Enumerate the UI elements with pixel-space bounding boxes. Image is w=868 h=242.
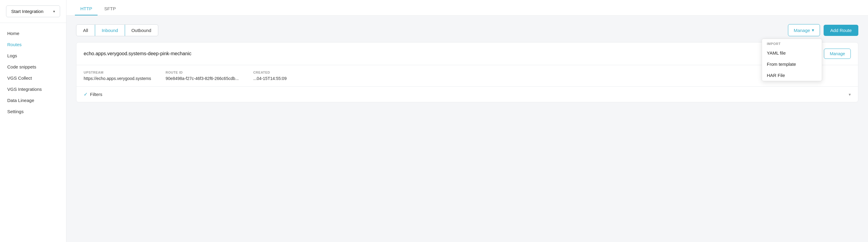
sidebar-item-routes[interactable]: Routes <box>0 39 66 50</box>
action-group: Manage ▾ Add Route IMPORT YAML file From… <box>788 24 858 36</box>
add-route-button[interactable]: Add Route <box>824 25 858 36</box>
main-content: HTTPSFTP AllInboundOutbound Manage ▾ Add… <box>66 0 868 242</box>
route-manage-button[interactable]: Manage <box>824 48 851 59</box>
sidebar-item-vgs-integrations[interactable]: VGS Integrations <box>0 83 66 95</box>
route-card-header: echo.apps.verygood.systems-deep-pink-mec… <box>76 42 858 65</box>
chevron-down-icon: ▾ <box>812 28 814 33</box>
sidebar-item-home[interactable]: Home <box>0 28 66 39</box>
upstream-label: UPSTREAM <box>84 71 151 74</box>
filter-group: AllInboundOutbound <box>76 25 158 36</box>
sidebar: Start Integration ▾ HomeRoutesLogsCode s… <box>0 0 66 242</box>
sidebar-header: Start Integration ▾ <box>0 0 66 23</box>
route-card-footer: ✓ Filters ▾ <box>76 87 858 102</box>
manage-label: Manage <box>794 28 810 33</box>
route-id-label: ROUTE ID <box>165 71 239 74</box>
tab-sftp[interactable]: SFTP <box>99 2 121 15</box>
sidebar-nav: HomeRoutesLogsCode snippetsVGS CollectVG… <box>0 23 66 122</box>
sidebar-item-code-snippets[interactable]: Code snippets <box>0 61 66 72</box>
dropdown-item-har-file[interactable]: HAR File <box>762 70 822 81</box>
sidebar-item-settings[interactable]: Settings <box>0 106 66 117</box>
filters-section: ✓ Filters <box>84 92 102 97</box>
route-name: echo.apps.verygood.systems-deep-pink-mec… <box>84 51 191 57</box>
route-id-col: ROUTE ID 90e8498a-f27c-46f3-82f6-266c65c… <box>165 71 239 81</box>
chevron-down-icon[interactable]: ▾ <box>849 92 851 97</box>
tab-http[interactable]: HTTP <box>75 2 98 15</box>
filter-btn-all[interactable]: All <box>76 25 95 36</box>
import-dropdown-menu: IMPORT YAML file From template HAR File <box>762 39 822 81</box>
filter-bar: AllInboundOutbound Manage ▾ Add Route IM… <box>76 24 858 36</box>
manage-button[interactable]: Manage ▾ <box>788 24 820 36</box>
sidebar-item-data-lineage[interactable]: Data Lineage <box>0 95 66 106</box>
upstream-col: UPSTREAM https://echo.apps.verygood.syst… <box>84 71 151 81</box>
route-card: echo.apps.verygood.systems-deep-pink-mec… <box>76 42 858 102</box>
start-integration-label: Start Integration <box>11 9 43 14</box>
filter-btn-inbound[interactable]: Inbound <box>95 25 125 36</box>
route-id-value: 90e8498a-f27c-46f3-82f6-266c65cdb... <box>165 76 239 81</box>
start-integration-button[interactable]: Start Integration ▾ <box>6 5 60 17</box>
check-icon: ✓ <box>84 92 88 97</box>
sidebar-item-logs[interactable]: Logs <box>0 50 66 61</box>
tab-bar: HTTPSFTP <box>66 0 868 16</box>
filters-label-text: Filters <box>90 92 102 97</box>
content-area: AllInboundOutbound Manage ▾ Add Route IM… <box>66 16 868 242</box>
filter-btn-outbound[interactable]: Outbound <box>125 25 158 36</box>
upstream-value: https://echo.apps.verygood.systems <box>84 76 151 81</box>
created-label: CREATED <box>253 71 287 74</box>
created-value: ...04-15T14:55:09 <box>253 76 287 81</box>
created-col: CREATED ...04-15T14:55:09 <box>253 71 287 81</box>
chevron-down-icon: ▾ <box>53 9 55 13</box>
dropdown-item-from-template[interactable]: From template <box>762 59 822 70</box>
dropdown-section-label: IMPORT <box>762 39 822 47</box>
route-card-details: UPSTREAM https://echo.apps.verygood.syst… <box>76 65 858 87</box>
dropdown-item-yaml-file[interactable]: YAML file <box>762 47 822 59</box>
sidebar-item-vgs-collect[interactable]: VGS Collect <box>0 72 66 83</box>
